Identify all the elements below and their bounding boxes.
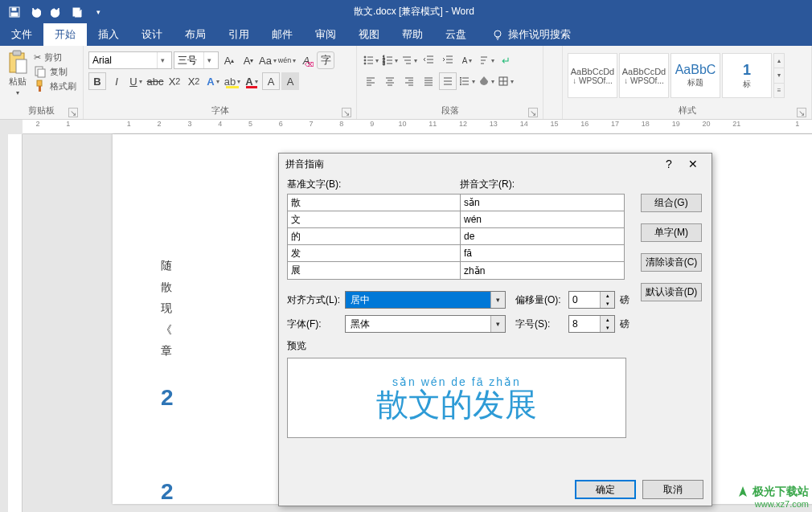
scissors-icon: ✂: [34, 52, 41, 63]
group-button[interactable]: 组合(G): [641, 194, 702, 212]
align-justify-button[interactable]: [420, 72, 437, 90]
font-label: 字体(F):: [287, 317, 340, 331]
tab-cloud[interactable]: 云盘: [434, 23, 478, 46]
group-clipboard-label: 剪贴板: [28, 105, 55, 115]
show-marks-button[interactable]: ↵: [497, 51, 515, 69]
cut-button[interactable]: ✂剪切: [34, 51, 76, 63]
phonetic-guide-button[interactable]: wén: [278, 51, 296, 69]
undo-icon[interactable]: [26, 2, 45, 22]
styles-launcher-icon[interactable]: ↘: [797, 108, 806, 117]
paragraph-launcher-icon[interactable]: ↘: [528, 108, 538, 117]
help-button[interactable]: ?: [657, 158, 681, 170]
qa-more-icon[interactable]: [68, 2, 87, 22]
outdent-button[interactable]: [420, 51, 437, 69]
ruby-cell[interactable]: wén: [461, 211, 624, 228]
underline-button[interactable]: U: [127, 72, 145, 90]
font-name-combo[interactable]: ▾: [88, 51, 172, 69]
subscript-button[interactable]: X2: [166, 72, 183, 90]
tab-view[interactable]: 视图: [347, 23, 391, 46]
tab-references[interactable]: 引用: [217, 23, 260, 46]
style-gallery-spinner[interactable]: ▴▾≡: [773, 53, 785, 98]
clear-format-button[interactable]: A⌫: [297, 51, 315, 69]
style-item[interactable]: 1标: [722, 53, 772, 98]
ruby-cell[interactable]: sǎn: [461, 195, 624, 211]
align-distribute-button[interactable]: [439, 72, 457, 90]
char-shading-button[interactable]: A: [281, 72, 299, 90]
italic-button[interactable]: I: [108, 72, 125, 90]
enclose-char-button[interactable]: 字: [317, 51, 334, 69]
base-cell[interactable]: 发: [288, 245, 461, 262]
strike-button[interactable]: abc: [146, 72, 164, 90]
format-painter-button[interactable]: 格式刷: [34, 80, 76, 92]
tab-file[interactable]: 文件: [0, 23, 43, 46]
borders-button[interactable]: [497, 72, 515, 90]
close-button[interactable]: ✕: [681, 158, 705, 170]
base-cell[interactable]: 的: [288, 228, 461, 245]
style-item[interactable]: AaBbCcDd↓ WPSOf...: [619, 53, 669, 98]
shading-button[interactable]: [478, 72, 495, 90]
font-launcher-icon[interactable]: ↘: [342, 108, 351, 117]
grow-font-button[interactable]: A▴: [220, 51, 238, 69]
base-cell[interactable]: 文: [288, 211, 461, 228]
tab-mail[interactable]: 邮件: [260, 23, 304, 46]
numbering-button[interactable]: 123: [381, 51, 399, 69]
indent-button[interactable]: [439, 51, 457, 69]
size-spinner[interactable]: ▴▾: [568, 315, 615, 333]
single-button[interactable]: 单字(M): [641, 223, 702, 242]
dialog-titlebar[interactable]: 拼音指南 ? ✕: [279, 154, 712, 174]
highlight-button[interactable]: ab: [224, 72, 241, 90]
ruby-text-label: 拼音文字(R):: [460, 178, 515, 191]
bullets-button[interactable]: [362, 51, 379, 69]
cancel-button[interactable]: 取消: [642, 480, 703, 499]
text-effect-button[interactable]: A: [204, 72, 222, 90]
ruby-cell[interactable]: fā: [461, 245, 624, 262]
ruler-vertical[interactable]: [8, 134, 23, 512]
ruler-horizontal[interactable]: 2112345678910111213141516171819202112345…: [23, 120, 812, 134]
sort-button[interactable]: [478, 51, 495, 69]
paste-button[interactable]: 粘贴 ▾: [5, 48, 31, 103]
base-cell[interactable]: 散: [288, 195, 461, 211]
tab-home[interactable]: 开始: [43, 23, 87, 46]
tab-layout[interactable]: 布局: [174, 23, 217, 46]
font-color-button[interactable]: A: [243, 72, 260, 90]
base-cell[interactable]: 展: [288, 262, 461, 279]
text-direction-button[interactable]: A: [458, 51, 476, 69]
font-combo[interactable]: 黑体▾: [345, 315, 506, 333]
tab-help[interactable]: 帮助: [391, 23, 434, 46]
group-clipboard: 粘贴 ▾ ✂剪切 复制 格式刷 剪贴板↘: [0, 46, 84, 119]
superscript-button[interactable]: X2: [185, 72, 203, 90]
shrink-font-button[interactable]: A▾: [240, 51, 257, 69]
align-left-button[interactable]: [362, 72, 379, 90]
tab-insert[interactable]: 插入: [87, 23, 130, 46]
ruby-cell[interactable]: de: [461, 228, 624, 245]
line-spacing-button[interactable]: [458, 72, 476, 90]
tell-me-search[interactable]: 操作说明搜索: [481, 23, 582, 46]
preview-box: sǎn wén de fā zhǎn 散文的发展: [287, 358, 626, 438]
style-item[interactable]: AaBbC标题: [671, 53, 720, 98]
style-item[interactable]: AaBbCcDd↓ WPSOf...: [568, 53, 617, 98]
clipboard-launcher-icon[interactable]: ↘: [68, 108, 78, 117]
clear-reading-button[interactable]: 清除读音(C): [641, 253, 702, 272]
tab-design[interactable]: 设计: [130, 23, 174, 46]
multilevel-button[interactable]: [400, 51, 418, 69]
ok-button[interactable]: 确定: [575, 480, 636, 499]
ribbon: 粘贴 ▾ ✂剪切 复制 格式刷 剪贴板↘ ▾ ▾ A▴ A▾ Aa wén A⌫…: [0, 46, 812, 120]
bold-button[interactable]: B: [88, 72, 106, 90]
font-size-combo[interactable]: ▾: [174, 51, 219, 69]
align-right-button[interactable]: [400, 72, 418, 90]
redo-icon[interactable]: [47, 2, 66, 22]
default-reading-button[interactable]: 默认读音(D): [641, 283, 702, 301]
save-icon[interactable]: [5, 2, 24, 22]
group-styles: AaBbCcDd↓ WPSOf... AaBbCcDd↓ WPSOf... Aa…: [563, 46, 812, 119]
align-center-button[interactable]: [381, 72, 399, 90]
align-combo[interactable]: 居中▾: [345, 291, 506, 309]
tab-review[interactable]: 审阅: [304, 23, 347, 46]
char-border-button[interactable]: A: [262, 72, 280, 90]
qa-dropdown-icon[interactable]: ▾: [88, 2, 108, 22]
change-case-button[interactable]: Aa: [259, 51, 277, 69]
copy-button[interactable]: 复制: [34, 65, 76, 78]
ruby-cell[interactable]: zhǎn: [461, 262, 624, 279]
svg-point-12: [364, 59, 366, 61]
copy-icon: [34, 65, 47, 78]
offset-spinner[interactable]: ▴▾: [568, 291, 615, 309]
